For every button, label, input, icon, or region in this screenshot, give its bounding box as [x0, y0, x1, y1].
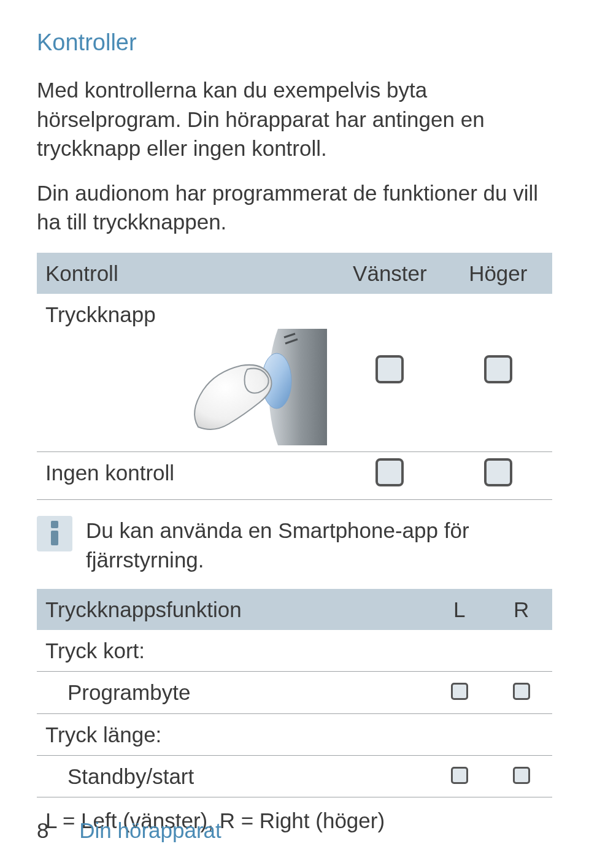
row-program-change-label: Programbyte	[37, 672, 428, 713]
checkbox-push-left[interactable]	[375, 355, 404, 383]
row-press-short: Tryck kort:	[37, 630, 552, 672]
function-table-header: Tryckknappsfunktion L R	[37, 589, 552, 630]
info-text: Du kan använda en Smartphone-app för fjä…	[86, 516, 552, 574]
col-control: Kontroll	[37, 253, 336, 294]
row-pushbutton-label: Tryckknapp	[45, 300, 327, 329]
checkbox-none-left[interactable]	[375, 458, 404, 486]
paragraph-2: Din audionom har programmerat de funktio…	[37, 179, 552, 237]
table-header-row: Kontroll Vänster Höger	[37, 253, 552, 294]
col-right: Höger	[444, 253, 552, 294]
checkbox-push-right[interactable]	[484, 355, 512, 383]
row-no-control: Ingen kontroll	[37, 452, 552, 500]
checkbox-none-right[interactable]	[484, 458, 512, 486]
row-standby: Standby/start	[37, 755, 552, 797]
col-l: L	[428, 589, 490, 630]
page-footer: 8 Din hörapparat	[37, 816, 221, 845]
checkbox-program-l[interactable]	[451, 683, 468, 700]
function-table: Tryckknappsfunktion L R Tryck kort: Prog…	[37, 589, 552, 797]
col-function: Tryckknappsfunktion	[37, 589, 428, 630]
info-callout: Du kan använda en Smartphone-app för fjä…	[37, 516, 552, 574]
col-left: Vänster	[336, 253, 444, 294]
row-press-long-label: Tryck länge:	[37, 713, 428, 755]
info-icon	[37, 516, 72, 551]
page-number: 8	[37, 818, 48, 842]
row-program-change: Programbyte	[37, 672, 552, 713]
row-press-long: Tryck länge:	[37, 713, 552, 755]
checkbox-standby-l[interactable]	[451, 767, 468, 784]
checkbox-program-r[interactable]	[513, 683, 530, 700]
section-heading: Kontroller	[37, 27, 552, 58]
paragraph-1: Med kontrollerna kan du exempelvis byta …	[37, 75, 552, 163]
footer-section: Din hörapparat	[79, 818, 221, 842]
row-no-control-label: Ingen kontroll	[37, 452, 336, 500]
checkbox-standby-r[interactable]	[513, 767, 530, 784]
row-press-short-label: Tryck kort:	[37, 630, 428, 672]
row-standby-label: Standby/start	[37, 755, 428, 797]
finger-press-illustration	[186, 329, 327, 445]
control-table: Kontroll Vänster Höger Tryckknapp	[37, 253, 552, 501]
row-pushbutton: Tryckknapp	[37, 294, 552, 452]
col-r: R	[490, 589, 552, 630]
